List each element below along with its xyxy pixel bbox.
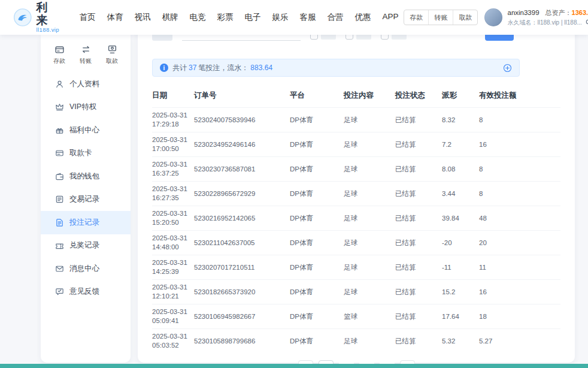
cell-content: 足球 (344, 329, 395, 354)
cell-valid-amount: 8 (479, 157, 560, 182)
quick-action-label: 取款 (106, 57, 118, 65)
plus-circle-icon[interactable] (503, 64, 512, 73)
cell-payout: -11 (442, 255, 479, 280)
table-row: 2025-03-3105:09:41 5230106945982667 DP体育… (152, 304, 560, 329)
info-icon: i (160, 64, 168, 72)
sidebar: 存款转账取款 个人资料VIP特权福利中心取款卡我的钱包交易记录投注记录兑奖记录消… (41, 35, 131, 363)
bet-count: 37 (189, 64, 196, 72)
total-assets: 总资产：1363.49元 (545, 8, 588, 17)
table-row: 2025-03-3114:25:39 5230207017210511 DP体育… (152, 255, 560, 280)
cell-content: 足球 (344, 182, 395, 206)
nav-item-1[interactable]: 体育 (101, 8, 128, 26)
sidebar-item-label: 兑奖记录 (69, 240, 99, 251)
nav-item-9[interactable]: 合营 (322, 8, 348, 26)
cell-platform: DP体育 (290, 157, 344, 182)
wallet-button-2[interactable]: 取款 (453, 10, 477, 25)
sidebar-item[interactable]: 个人资料 (41, 73, 131, 96)
main-nav: 首页体育视讯棋牌电竞彩票电子娱乐客服合营优惠APP (74, 8, 404, 26)
nav-item-7[interactable]: 娱乐 (266, 8, 293, 26)
cell-order-no: 5230230736587081 (194, 157, 290, 182)
cell-order-no: 5230182665373920 (194, 280, 290, 304)
table-header-row: 日期订单号平台投注内容投注状态派彩有效投注额 (152, 85, 560, 108)
brand-logo[interactable]: 利来 ll188.vip (13, 2, 60, 33)
table-row: 2025-03-3105:03:52 5230105898799686 DP体育… (152, 329, 560, 354)
cell-date: 2025-03-3114:48:00 (152, 231, 194, 255)
brand-name: 利来 (37, 2, 61, 27)
sidebar-item[interactable]: 交易记录 (41, 188, 131, 212)
cell-date: 2025-03-3112:10:21 (152, 280, 194, 304)
sidebar-item-label: 个人资料 (69, 79, 99, 89)
cell-valid-amount: 20 (479, 231, 560, 255)
cell-date: 2025-03-3115:20:50 (152, 206, 194, 231)
cell-valid-amount: 16 (479, 280, 560, 304)
sidebar-item[interactable]: 取款卡 (41, 142, 131, 165)
cell-content: 足球 (344, 231, 395, 255)
table-row: 2025-03-3117:00:50 5230234952496146 DP体育… (152, 132, 560, 157)
column-header: 投注内容 (344, 85, 395, 108)
quick-action-withdraw-icon[interactable]: 取款 (106, 44, 118, 65)
cell-payout: 3.44 (442, 182, 479, 206)
sidebar-item-label: 我的钱包 (69, 171, 99, 182)
cell-platform: DP体育 (290, 304, 344, 329)
cell-content: 足球 (344, 132, 395, 157)
cell-status: 已结算 (395, 231, 442, 255)
mail-icon (55, 264, 64, 273)
table-row: 2025-03-3115:20:50 5230216952142065 DP体育… (152, 206, 560, 231)
cell-status: 已结算 (395, 157, 442, 182)
column-header: 平台 (290, 85, 344, 108)
sidebar-item-label: 投注记录 (69, 218, 99, 228)
sidebar-quick-actions: 存款转账取款 (41, 44, 131, 65)
cell-order-no: 5230211042637005 (194, 231, 290, 255)
sidebar-item[interactable]: 意见反馈 (41, 280, 131, 304)
quick-action-transfer-icon[interactable]: 转账 (80, 44, 92, 65)
quick-action-deposit-icon[interactable]: 存款 (53, 44, 65, 65)
sidebar-item[interactable]: 投注记录 (41, 211, 131, 234)
cell-platform: DP体育 (290, 206, 344, 231)
summary-text: 共计37笔投注，流水：883.64 (172, 63, 274, 73)
cell-payout: -20 (442, 231, 479, 255)
nav-item-2[interactable]: 视讯 (129, 8, 156, 26)
nav-item-4[interactable]: 电竞 (184, 8, 211, 26)
sidebar-item[interactable]: 消息中心 (41, 257, 131, 280)
nav-item-8[interactable]: 客服 (294, 8, 321, 26)
quick-action-label: 存款 (53, 57, 65, 65)
sidebar-item[interactable]: 兑奖记录 (41, 234, 131, 258)
column-header: 订单号 (194, 85, 290, 108)
avatar[interactable] (484, 8, 502, 26)
main-card: i 共计37笔投注，流水：883.64 日期订单号平台投注内容投注状态派彩有效投… (138, 24, 575, 363)
nav-item-11[interactable]: APP (377, 8, 404, 26)
sidebar-item-label: 取款卡 (69, 148, 92, 158)
cell-date: 2025-03-3105:09:41 (152, 304, 194, 329)
cell-platform: DP体育 (290, 255, 344, 280)
sidebar-item[interactable]: 福利中心 (41, 119, 131, 142)
column-header: 有效投注额 (479, 85, 560, 108)
cell-payout: 7.2 (442, 132, 479, 157)
nav-item-6[interactable]: 电子 (239, 8, 266, 26)
wallet-button-group: 存款转账取款 (404, 10, 478, 25)
wallet-button-0[interactable]: 存款 (404, 10, 428, 25)
withdraw-icon (107, 44, 117, 55)
sidebar-item[interactable]: VIP特权 (41, 96, 131, 119)
cell-date: 2025-03-3117:00:50 (152, 132, 194, 157)
wallet-button-1[interactable]: 转账 (428, 10, 453, 25)
cell-platform: DP体育 (290, 280, 344, 304)
cell-valid-amount: 8 (479, 108, 560, 132)
cell-date: 2025-03-3117:29:18 (152, 108, 194, 132)
cell-payout: 39.84 (442, 206, 479, 231)
sidebar-item-label: 交易记录 (69, 194, 99, 204)
sidebar-item[interactable]: 我的钱包 (41, 165, 131, 188)
cell-order-no: 5230105898799686 (194, 329, 290, 354)
nav-item-5[interactable]: 彩票 (211, 8, 238, 26)
nav-item-10[interactable]: 优惠 (349, 8, 376, 26)
cell-status: 已结算 (395, 206, 442, 231)
search-icon[interactable] (585, 19, 588, 26)
nav-item-3[interactable]: 棋牌 (156, 8, 183, 26)
cell-date: 2025-03-3105:03:52 (152, 329, 194, 354)
nav-item-0[interactable]: 首页 (74, 8, 101, 26)
wallet-icon (55, 172, 64, 181)
sidebar-item-label: 福利中心 (69, 125, 99, 135)
column-header: 日期 (152, 85, 194, 108)
redeem-icon (55, 241, 64, 250)
sidebar-menu: 个人资料VIP特权福利中心取款卡我的钱包交易记录投注记录兑奖记录消息中心意见反馈 (41, 73, 131, 303)
table-row: 2025-03-3117:29:18 5230240075839946 DP体育… (152, 108, 560, 132)
